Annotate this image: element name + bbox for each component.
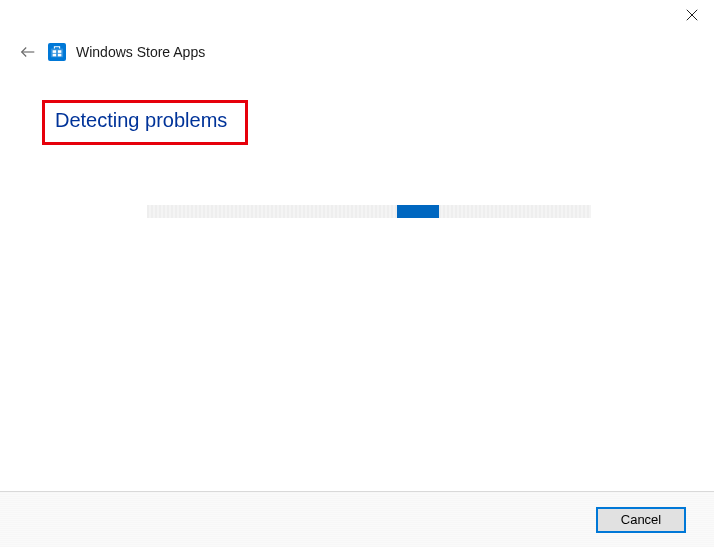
page-heading: Detecting problems <box>55 109 227 132</box>
svg-rect-4 <box>53 50 57 53</box>
cancel-button[interactable]: Cancel <box>596 507 686 533</box>
footer: Cancel <box>0 491 714 547</box>
close-button[interactable] <box>669 0 714 30</box>
back-arrow-icon <box>19 43 37 61</box>
header: Windows Store Apps <box>18 42 205 62</box>
svg-rect-7 <box>58 54 62 57</box>
windows-store-icon <box>48 43 66 61</box>
app-title: Windows Store Apps <box>76 44 205 60</box>
svg-rect-5 <box>58 50 62 53</box>
close-icon <box>685 8 699 22</box>
heading-highlight-box: Detecting problems <box>42 100 248 145</box>
titlebar <box>669 0 714 40</box>
svg-rect-6 <box>53 54 57 57</box>
progress-bar <box>147 205 591 218</box>
back-button[interactable] <box>18 42 38 62</box>
progress-indicator <box>397 205 439 218</box>
